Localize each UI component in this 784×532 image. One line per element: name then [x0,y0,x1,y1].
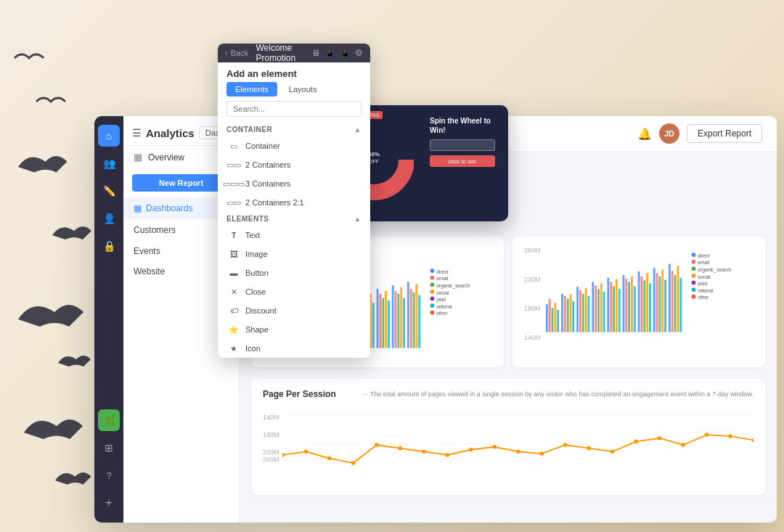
elements-arrow-icon[interactable]: ▲ [354,215,362,223]
svg-text:organic_search: organic_search [436,283,470,289]
svg-point-127 [375,443,379,447]
page-per-session-card: Page Per Session → The total amount of p… [251,379,765,495]
svg-point-138 [634,440,638,444]
svg-point-110 [692,274,696,278]
sidebar-icons: ⌂ 👥 ✏️ 👤 🔒 🌿 ⊞ ? + [94,116,123,523]
svg-text:OFF: OFF [369,159,379,164]
button-element-item[interactable]: ▬ Button [218,263,370,282]
svg-rect-88 [634,286,636,332]
discount-icon: 🏷 [228,305,240,316]
svg-rect-84 [623,275,625,332]
svg-text:social: social [436,290,449,295]
svg-rect-62 [554,303,556,332]
svg-rect-66 [567,299,569,332]
chart2-area: 140M 180M 220M 260M [524,247,754,341]
svg-rect-81 [613,286,615,332]
svg-rect-74 [592,282,594,332]
2-containers-21-item[interactable]: ▭▭ 2 Containers 2:1 [218,193,370,212]
modal-tabs: Elements Layouts [218,82,370,97]
export-report-button[interactable]: Export Report [687,124,762,143]
svg-point-141 [704,433,709,437]
svg-point-124 [303,449,308,454]
svg-rect-86 [628,282,630,332]
settings-icon[interactable]: ⚙ [355,48,363,58]
second-chart-card: 140M 180M 220M 260M [513,237,765,367]
nav-title: Analytics [146,127,195,139]
svg-point-134 [539,451,544,456]
svg-point-128 [398,446,402,451]
svg-rect-72 [585,288,587,332]
elements-tab[interactable]: Elements [226,82,277,97]
svg-point-123 [282,453,285,457]
avatar[interactable]: JD [659,123,679,144]
svg-rect-41 [410,289,412,348]
shape-element-item[interactable]: ⭐ Shape [218,320,370,339]
svg-rect-68 [572,301,574,332]
new-report-button[interactable]: New Report [132,174,230,192]
svg-point-131 [469,448,473,452]
sidebar-icon-help[interactable]: ? [98,465,120,486]
svg-rect-100 [671,271,674,332]
line-y-labels: 260M 220M 180M 140M [263,405,279,463]
container-item[interactable]: ▭ Container [218,136,370,155]
2containers21-icon: ▭▭ [228,197,240,208]
overview-icon: ▦ [134,152,142,163]
svg-rect-31 [379,294,381,348]
svg-rect-39 [403,298,405,348]
element-search-input[interactable] [226,101,362,117]
svg-rect-38 [400,287,402,348]
sidebar-icon-person[interactable]: 👤 [98,208,120,229]
svg-text:email: email [698,260,710,265]
svg-text:other: other [698,295,709,300]
svg-rect-63 [557,310,559,332]
svg-rect-73 [588,296,590,332]
svg-point-116 [692,295,696,299]
mobile-icon[interactable]: 📱 [340,48,351,58]
icon-element-item[interactable]: ★ Icon [218,339,370,358]
sidebar-icon-home[interactable]: ⌂ [98,125,120,147]
line-chart-description: → The total amount of pages viewed in a … [362,390,754,398]
svg-rect-94 [653,268,656,332]
sidebar-icon-users[interactable]: 👥 [98,152,120,174]
layouts-tab[interactable]: Layouts [280,82,326,97]
element-editor-modal: ‹ Back Welcome Promotion 🖥 📱 📱 ⚙ Add an … [218,44,370,358]
close-icon: ✕ [228,286,240,298]
sidebar-icon-lock[interactable]: 🔒 [98,235,120,257]
line-chart-title: Page Per Session [263,389,336,399]
svg-rect-98 [664,280,666,332]
sidebar-icon-add[interactable]: + [98,492,120,514]
bell-icon[interactable]: 🔔 [637,127,652,141]
text-icon: T [228,229,240,241]
modal-back-button[interactable]: ‹ Back [225,49,248,57]
close-element-item[interactable]: ✕ Close [218,282,370,301]
svg-rect-42 [413,292,415,348]
button-icon: ▬ [228,267,240,279]
2-containers-item[interactable]: ▭▭ 2 Containers [218,155,370,174]
container-arrow-icon[interactable]: ▲ [354,126,362,134]
image-element-item[interactable]: 🖼 Image [218,245,370,263]
promo-cta-button[interactable]: click to win [430,155,495,167]
sidebar-icon-table[interactable]: ⊞ [98,437,120,459]
svg-point-51 [430,290,435,294]
text-element-item[interactable]: T Text [218,226,370,245]
elements-section-header: Elements ▲ [218,212,370,226]
svg-point-142 [728,434,732,438]
svg-text:paid: paid [698,281,707,287]
svg-rect-76 [597,289,600,332]
sidebar-icon-edit[interactable]: ✏️ [98,180,120,202]
svg-rect-96 [658,277,661,332]
svg-rect-36 [395,291,397,348]
image-icon: 🖼 [228,248,240,260]
svg-rect-32 [382,298,384,348]
svg-point-133 [515,449,520,454]
3-containers-item[interactable]: ▭▭▭ 3 Containers [218,174,370,193]
sidebar-icon-leaf[interactable]: 🌿 [98,409,120,431]
svg-rect-40 [407,282,409,348]
discount-element-item[interactable]: 🏷 Discount [218,301,370,320]
svg-rect-37 [397,294,399,348]
svg-rect-85 [625,279,627,332]
svg-point-104 [692,253,696,257]
svg-point-55 [430,303,435,308]
svg-rect-65 [564,296,566,332]
svg-point-132 [492,445,497,449]
